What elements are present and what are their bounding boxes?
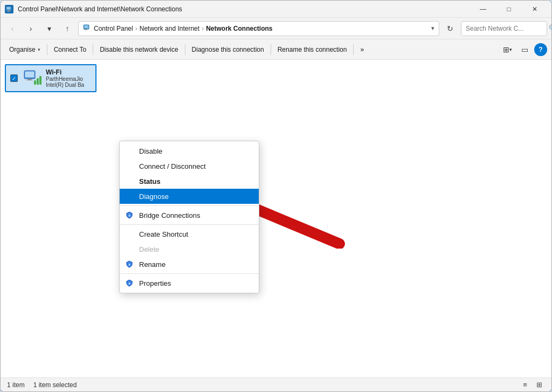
pane-toggle-button[interactable]: ▭ bbox=[517, 42, 532, 57]
ctx-divider-3 bbox=[120, 273, 259, 274]
svg-rect-3 bbox=[7, 11, 10, 11]
svg-rect-13 bbox=[37, 78, 39, 85]
search-box[interactable]: 🔍 bbox=[461, 21, 547, 36]
bridge-shield-icon: ✦ bbox=[125, 211, 134, 219]
address-bar-row: ‹ › ▾ ↑ Control Panel › Network and Inte… bbox=[1, 18, 551, 39]
ctx-delete: Delete bbox=[120, 242, 259, 257]
window-icon bbox=[5, 5, 13, 13]
path-network-internet: Network and Internet bbox=[140, 25, 199, 32]
close-button[interactable]: ✕ bbox=[522, 1, 547, 18]
organise-dropdown-arrow: ▾ bbox=[38, 47, 40, 52]
item-count: 1 item bbox=[7, 381, 25, 389]
search-input[interactable] bbox=[466, 25, 547, 32]
svg-rect-2 bbox=[8, 10, 10, 11]
dropdown-history-button[interactable]: ▾ bbox=[42, 21, 57, 36]
title-bar: Control Panel\Network and Internet\Netwo… bbox=[1, 1, 551, 18]
svg-rect-11 bbox=[26, 80, 33, 81]
ctx-rename[interactable]: ✦ Rename bbox=[120, 257, 259, 272]
network-icon bbox=[22, 68, 42, 88]
disable-button[interactable]: Disable this network device bbox=[95, 42, 182, 58]
address-box[interactable]: Control Panel › Network and Internet › N… bbox=[78, 21, 439, 36]
svg-rect-9 bbox=[25, 72, 34, 78]
svg-rect-6 bbox=[85, 29, 87, 30]
view-options-button[interactable]: ⊞▾ bbox=[500, 42, 515, 57]
connect-to-button[interactable]: Connect To bbox=[50, 42, 91, 58]
address-icon bbox=[83, 24, 91, 33]
rename-button[interactable]: Rename this connection bbox=[273, 42, 351, 58]
help-button[interactable]: ? bbox=[534, 43, 547, 56]
svg-rect-14 bbox=[39, 76, 42, 85]
list-view-button[interactable]: ≡ bbox=[519, 379, 531, 391]
svg-rect-12 bbox=[34, 80, 36, 85]
ctx-bridge[interactable]: ✦ Bridge Connections bbox=[120, 208, 259, 223]
ctx-status[interactable]: Status bbox=[120, 174, 259, 189]
toolbar-separator-1 bbox=[47, 44, 47, 55]
ctx-properties[interactable]: ✦ Properties bbox=[120, 276, 259, 291]
refresh-button[interactable]: ↻ bbox=[443, 21, 458, 36]
network-sub1: ParthHeemaJio bbox=[46, 76, 84, 82]
context-menu: Disable Connect / Disconnect Status Diag… bbox=[119, 141, 259, 293]
toolbar-separator-5 bbox=[353, 44, 354, 55]
toolbar-separator-3 bbox=[185, 44, 185, 55]
grid-view-button[interactable]: ⊞ bbox=[533, 379, 545, 391]
wifi-network-item[interactable]: Wi-Fi ParthHeemaJio Intel(R) Dual Ba bbox=[5, 64, 96, 92]
address-dropdown-btn[interactable]: ▾ bbox=[431, 25, 434, 32]
back-button[interactable]: ‹ bbox=[5, 21, 20, 36]
item-selected: 1 item selected bbox=[33, 381, 77, 389]
up-button[interactable]: ↑ bbox=[60, 21, 75, 36]
more-button[interactable]: » bbox=[356, 42, 368, 58]
window-controls: — □ ✕ bbox=[471, 1, 547, 18]
window-title: Control Panel\Network and Internet\Netwo… bbox=[18, 5, 471, 13]
search-icon: 🔍 bbox=[549, 24, 552, 32]
organise-button[interactable]: Organise ▾ bbox=[5, 42, 45, 58]
rename-shield-icon: ✦ bbox=[125, 260, 134, 269]
ctx-create-shortcut[interactable]: Create Shortcut bbox=[120, 226, 259, 242]
forward-button[interactable]: › bbox=[23, 21, 38, 36]
toolbar-right: ⊞▾ ▭ ? bbox=[500, 42, 547, 57]
network-checkbox bbox=[10, 74, 18, 82]
diagnose-button[interactable]: Diagnose this connection bbox=[188, 42, 268, 58]
ctx-connect-disconnect[interactable]: Connect / Disconnect bbox=[120, 159, 259, 174]
svg-rect-1 bbox=[7, 7, 10, 9]
maximize-button[interactable]: □ bbox=[496, 1, 521, 18]
content-area: Wi-Fi ParthHeemaJio Intel(R) Dual Ba Dis… bbox=[1, 60, 551, 377]
ctx-divider-1 bbox=[120, 205, 259, 206]
status-right: ≡ ⊞ bbox=[519, 379, 545, 391]
minimize-button[interactable]: — bbox=[471, 1, 495, 18]
ctx-diagnose[interactable]: Diagnose bbox=[120, 189, 259, 204]
network-sub2: Intel(R) Dual Ba bbox=[46, 82, 84, 88]
properties-shield-icon: ✦ bbox=[125, 279, 134, 287]
window: Control Panel\Network and Internet\Netwo… bbox=[0, 0, 552, 392]
svg-rect-5 bbox=[85, 25, 88, 28]
toolbar-separator-4 bbox=[271, 44, 271, 55]
ctx-disable[interactable]: Disable bbox=[120, 143, 259, 159]
toolbar: Organise ▾ Connect To Disable this netwo… bbox=[1, 39, 551, 60]
status-bar: 1 item 1 item selected ≡ ⊞ bbox=[1, 377, 551, 391]
svg-rect-7 bbox=[84, 30, 87, 30]
svg-rect-10 bbox=[27, 79, 32, 80]
address-path: Control Panel › Network and Internet › N… bbox=[94, 25, 272, 32]
path-control-panel: Control Panel bbox=[94, 25, 133, 32]
ctx-divider-2 bbox=[120, 224, 259, 225]
network-info: Wi-Fi ParthHeemaJio Intel(R) Dual Ba bbox=[46, 68, 84, 88]
network-name: Wi-Fi bbox=[46, 68, 84, 76]
path-network-connections: Network Connections bbox=[206, 25, 272, 32]
toolbar-separator-2 bbox=[93, 44, 93, 55]
